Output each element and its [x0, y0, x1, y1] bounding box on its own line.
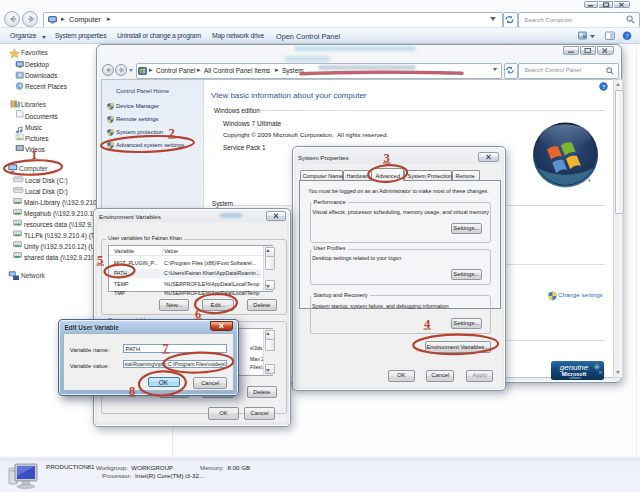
svg-text:?: ?: [626, 32, 629, 39]
svg-text:software: software: [569, 376, 581, 380]
svg-text:?: ?: [602, 83, 605, 90]
